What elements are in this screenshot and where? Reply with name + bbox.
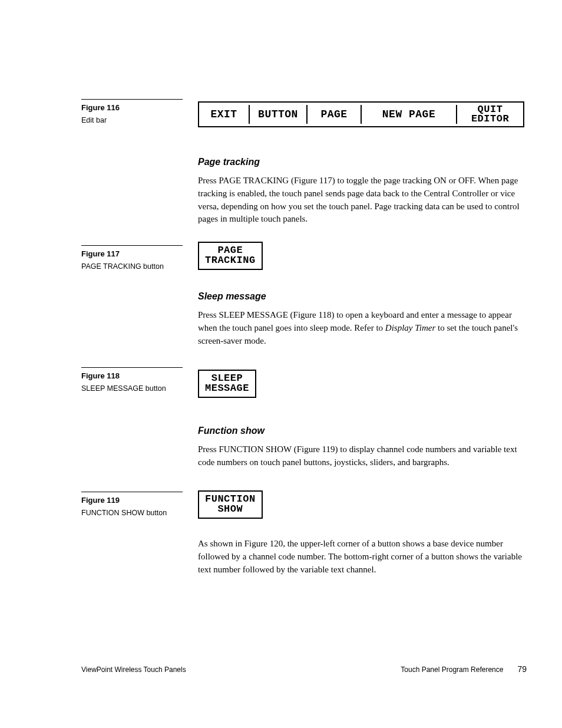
paragraph-page-tracking: Press PAGE TRACKING (Figure 117) to togg… (198, 174, 524, 226)
sleep-message-button[interactable]: SLEEP MESSAGE (198, 370, 256, 398)
heading-sleep-message: Sleep message (198, 291, 524, 302)
paragraph-function-show: Press FUNCTION SHOW (Figure 119) to disp… (198, 443, 524, 469)
figure-116-title: Figure 116 (81, 103, 183, 112)
figure-117-sidebar: Figure 117 PAGE TRACKING button (81, 245, 183, 271)
figure-119-image: FUNCTION SHOW (198, 490, 524, 519)
rule (81, 367, 183, 368)
section-function-show: Function show Press FUNCTION SHOW (Figur… (198, 426, 524, 469)
section-page-tracking: Page tracking Press PAGE TRACKING (Figur… (198, 157, 524, 226)
figure-119-caption: FUNCTION SHOW button (81, 508, 183, 518)
figure-118-title: Figure 118 (81, 371, 183, 380)
btn-line2: TRACKING (205, 255, 256, 266)
page-footer: ViewPoint Wireless Touch Panels Touch Pa… (81, 664, 527, 674)
edit-bar: EXIT BUTTON PAGE NEW PAGE QUIT EDITOR (198, 101, 524, 127)
btn-line2: SHOW (217, 503, 243, 515)
figure-116-caption: Edit bar (81, 116, 183, 125)
heading-page-tracking: Page tracking (198, 157, 524, 167)
figure-118-caption: SLEEP MESSAGE button (81, 384, 183, 393)
footer-left: ViewPoint Wireless Touch Panels (81, 666, 186, 674)
figure-119-title: Figure 119 (81, 496, 183, 505)
figure-116-image: EXIT BUTTON PAGE NEW PAGE QUIT EDITOR (198, 101, 524, 127)
section-function-show-cont: As shown in Figure 120, the upper-left c… (198, 538, 524, 576)
paragraph-function-show-2: As shown in Figure 120, the upper-left c… (198, 538, 524, 576)
quit-line2: EDITOR (471, 114, 509, 124)
edit-bar-new-page[interactable]: NEW PAGE (362, 103, 456, 126)
paragraph-sleep-message: Press SLEEP MESSAGE (Figure 118) to open… (198, 309, 524, 347)
edit-bar-page[interactable]: PAGE (308, 103, 361, 126)
btn-line2: MESSAGE (205, 383, 249, 394)
edit-bar-quit-editor[interactable]: QUIT EDITOR (457, 103, 523, 126)
figure-116-sidebar: Figure 116 Edit bar (81, 99, 183, 125)
page-tracking-button[interactable]: PAGE TRACKING (198, 242, 263, 270)
section-sleep-message: Sleep message Press SLEEP MESSAGE (Figur… (198, 291, 524, 347)
figure-117-caption: PAGE TRACKING button (81, 262, 183, 271)
display-timer-ref: Display Timer (385, 323, 435, 332)
figure-118-sidebar: Figure 118 SLEEP MESSAGE button (81, 367, 183, 393)
rule (81, 99, 183, 100)
edit-bar-button[interactable]: BUTTON (250, 103, 306, 126)
page-number: 79 (517, 664, 527, 674)
figure-117-title: Figure 117 (81, 249, 183, 258)
figure-118-image: SLEEP MESSAGE (198, 370, 524, 398)
function-show-button[interactable]: FUNCTION SHOW (198, 490, 263, 519)
rule (81, 245, 183, 246)
rule (81, 492, 183, 492)
document-page: Figure 116 Edit bar EXIT BUTTON PAGE NEW… (0, 0, 562, 728)
heading-function-show: Function show (198, 426, 524, 436)
figure-117-image: PAGE TRACKING (198, 242, 524, 270)
figure-119-sidebar: Figure 119 FUNCTION SHOW button (81, 492, 183, 518)
footer-right: Touch Panel Program Reference (401, 666, 503, 674)
edit-bar-exit[interactable]: EXIT (199, 103, 249, 126)
